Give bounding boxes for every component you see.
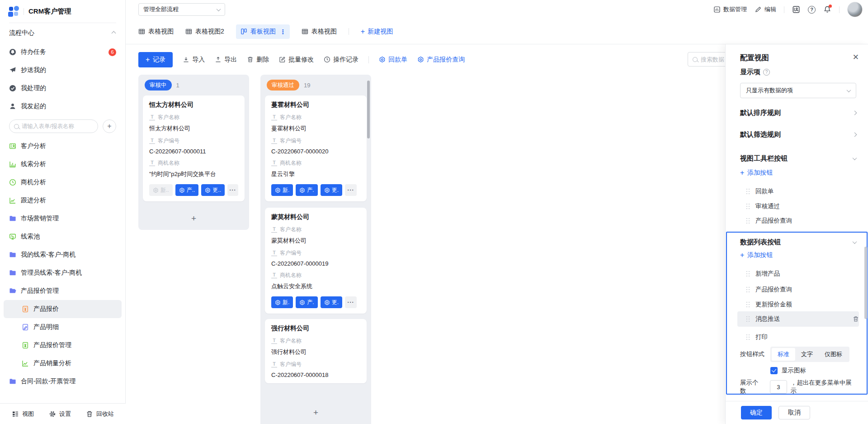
contacts-icon[interactable] — [792, 5, 800, 14]
sidebar-item-product-detail[interactable]: 产品明细 — [0, 318, 125, 336]
sidebar-search-input[interactable] — [22, 123, 93, 129]
operation-log-button[interactable]: 操作记录 — [324, 56, 359, 64]
card-action-update-button[interactable]: 更.. — [201, 184, 225, 196]
sidebar-item-customer-analysis[interactable]: 客户分析 — [0, 137, 125, 155]
sidebar-item-product-sales-analysis[interactable]: 产品销量分析 — [0, 354, 125, 372]
view-toolbar-buttons-section[interactable]: 视图工具栏按钮 — [740, 154, 856, 163]
list-button-row-quote-query[interactable]: 产品报价查询 — [737, 283, 859, 296]
card-action-quote-button[interactable]: 产. — [296, 184, 317, 196]
drag-handle-icon[interactable] — [746, 302, 750, 307]
show-icon-checkbox[interactable] — [770, 367, 778, 374]
list-button-row-update-amount[interactable]: 更新报价金额 — [737, 298, 859, 311]
help-icon[interactable]: ? — [808, 6, 816, 14]
default-sort-section[interactable]: 默认排序规则 — [740, 109, 856, 117]
drag-handle-icon[interactable] — [746, 287, 750, 292]
add-list-button[interactable]: + 添加按钮 — [740, 251, 773, 259]
views-button[interactable]: 视图 — [12, 410, 34, 418]
edit-button[interactable]: 编辑 — [755, 5, 776, 14]
drag-handle-icon[interactable] — [746, 271, 750, 276]
help-icon[interactable]: ? — [763, 69, 770, 76]
card-action-quote-button[interactable]: 产. — [296, 296, 317, 308]
card-more-button[interactable]: ··· — [345, 296, 357, 308]
drag-handle-icon[interactable] — [746, 334, 750, 340]
drag-handle-icon[interactable] — [746, 204, 750, 209]
sidebar-item-product-quote-folder[interactable]: 产品报价管理 — [0, 282, 125, 300]
sidebar-item-todo-tasks[interactable]: 待办任务 6 — [0, 43, 125, 61]
sidebar-item-admin-leads[interactable]: 管理员线索-客户-商机 — [0, 264, 125, 282]
payment-slip-button[interactable]: 回款单 — [379, 56, 407, 64]
column-scrollbar[interactable] — [367, 81, 370, 138]
kanban-card[interactable]: 恒太方材料公司 T客户名称 恒太方材料公司 T客户编号 C-20220607-0… — [143, 95, 245, 201]
tab-table-view-3[interactable]: 表格视图 — [302, 28, 337, 36]
toolbar-button-row-payment[interactable]: 回款单 — [737, 185, 859, 198]
sidebar-item-my-leads[interactable]: 我的线索-客户-商机 — [0, 246, 125, 264]
display-count-input[interactable] — [770, 380, 787, 394]
style-option-icon-only[interactable]: 仅图标 — [819, 348, 848, 361]
close-icon[interactable]: ✕ — [853, 52, 859, 62]
toolbar-button-row-quote-query[interactable]: 产品报价查询 — [737, 214, 859, 228]
add-record-button[interactable]: + 记录 — [138, 52, 173, 67]
export-button[interactable]: 导出 — [215, 56, 237, 64]
style-option-text[interactable]: 文字 — [795, 348, 819, 361]
kanban-card[interactable]: 蔓霍材料公司 T客户名称 蔓霍材料公司 T客户编号 C-20220607-000… — [265, 95, 367, 201]
add-toolbar-button[interactable]: + 添加按钮 — [740, 169, 773, 177]
data-manage-button[interactable]: 数据管理 — [713, 5, 747, 14]
card-more-button[interactable]: ··· — [227, 184, 238, 196]
settings-button[interactable]: 设置 — [49, 410, 71, 418]
tab-table-view-1[interactable]: 表格视图 — [138, 28, 174, 36]
notifications-button[interactable] — [823, 5, 831, 14]
sidebar-item-handled-by-me[interactable]: 我处理的 — [0, 79, 125, 97]
sidebar-item-product-quote[interactable]: 产品报价 — [4, 300, 122, 318]
data-list-buttons-section[interactable]: 数据列表按钮 — [740, 238, 856, 247]
trash-icon[interactable] — [853, 316, 859, 322]
card-action-quote-button[interactable]: 产.. — [175, 184, 199, 196]
display-items-select[interactable]: 只显示有数据的项 — [740, 83, 856, 98]
new-view-button[interactable]: + 新建视图 — [361, 28, 393, 36]
default-filter-section[interactable]: 默认筛选规则 — [740, 130, 856, 139]
sidebar-item-lead-analysis[interactable]: 线索分析 — [0, 155, 125, 173]
card-action-new-button[interactable]: 新.. — [149, 184, 173, 196]
sidebar-item-cc-to-me[interactable]: 抄送我的 — [0, 61, 125, 79]
sidebar-section-process-center[interactable]: 流程中心 — [0, 23, 125, 43]
recycle-bin-button[interactable]: 回收站 — [86, 410, 114, 418]
sidebar-item-lead-pool[interactable]: 线索池 — [0, 228, 125, 246]
sidebar-item-product-quote-management[interactable]: 产品报价管理 — [0, 336, 125, 354]
cancel-button[interactable]: 取消 — [778, 406, 810, 419]
kanban-card[interactable]: 蒙莫材料公司 T客户名称 蒙莫材料公司 T客户编号 C-20220607-000… — [265, 208, 367, 314]
card-action-new-button[interactable]: 新. — [271, 296, 293, 308]
kanban-column-approved: 审核通过 19 蔓霍材料公司 T客户名称 蔓霍材料公司 T客户编号 C-2022… — [260, 75, 371, 424]
more-vertical-icon[interactable]: ⋮ — [280, 29, 286, 34]
tab-kanban-view[interactable]: 看板视图 ⋮ — [236, 24, 290, 39]
toolbar-button-row-approved[interactable]: 审核通过 — [737, 200, 859, 213]
sidebar-search-field[interactable] — [9, 119, 98, 133]
card-more-button[interactable]: ··· — [345, 184, 357, 196]
avatar[interactable] — [847, 2, 863, 17]
sidebar-item-followup-analysis[interactable]: 跟进分析 — [0, 191, 125, 210]
kanban-card[interactable]: 强行材料公司 T客户名称 强行材料公司 T客户编号 C-20220607-000… — [265, 319, 367, 383]
confirm-button[interactable]: 确定 — [741, 406, 772, 419]
product-quote-query-button[interactable]: 产品报价查询 — [417, 56, 465, 64]
list-button-row-new-product[interactable]: 新增产品 — [737, 267, 859, 281]
list-button-row-print[interactable]: 打印 — [737, 330, 859, 344]
panel-scrollbar[interactable] — [864, 247, 867, 319]
card-action-update-button[interactable]: 更. — [321, 184, 342, 196]
sidebar-item-opportunity-analysis[interactable]: 商机分析 — [0, 173, 125, 191]
card-action-new-button[interactable]: 新. — [271, 184, 293, 196]
delete-button[interactable]: 删除 — [247, 56, 269, 64]
process-scope-select[interactable]: 管理全部流程 — [138, 3, 225, 16]
drag-handle-icon[interactable] — [746, 316, 750, 322]
add-card-button[interactable]: + — [138, 211, 249, 226]
batch-edit-button[interactable]: 批量修改 — [279, 56, 314, 64]
import-button[interactable]: 导入 — [183, 56, 205, 64]
add-card-button[interactable]: + — [260, 405, 371, 420]
drag-handle-icon[interactable] — [746, 218, 750, 224]
drag-handle-icon[interactable] — [746, 189, 750, 194]
sidebar-item-marketing-management[interactable]: 市场营销管理 — [0, 210, 125, 228]
tab-table-view-2[interactable]: 表格视图2 — [185, 28, 224, 36]
list-button-row-message-push[interactable]: 消息推送 — [737, 311, 859, 327]
sidebar-item-initiated-by-me[interactable]: 我发起的 — [0, 97, 125, 115]
sidebar-item-contract-management[interactable]: 合同-回款-开票管理 — [0, 372, 125, 391]
add-form-button[interactable]: + — [103, 119, 116, 133]
style-option-standard[interactable]: 标准 — [772, 348, 795, 361]
card-action-update-button[interactable]: 更. — [321, 296, 342, 308]
